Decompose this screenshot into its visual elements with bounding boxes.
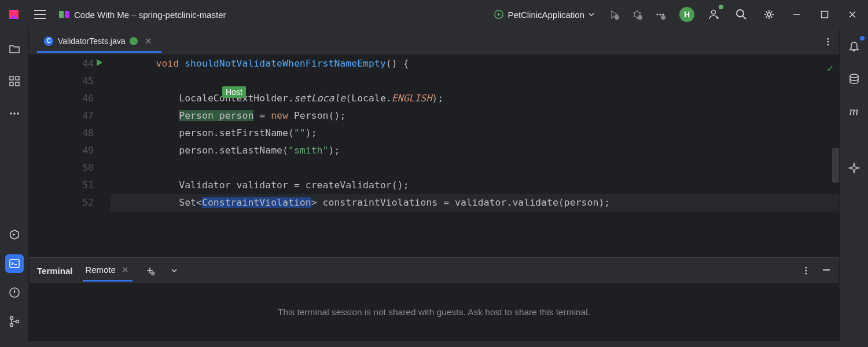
terminal-panel: Terminal Remote ✕ [29,257,839,341]
editor-scrollbar[interactable] [832,148,839,182]
right-tool-rail: m [839,29,868,341]
notifications-icon[interactable] [845,37,863,56]
tabstrip-more-icon[interactable] [823,36,833,47]
svg-point-18 [10,112,12,115]
gutter-line-number[interactable]: 50 [29,159,94,177]
project-title[interactable]: Code With Me – spring-petclinic-master [59,9,226,20]
left-tool-rail [0,29,29,341]
svg-rect-14 [10,76,13,80]
ide-logo-icon[interactable] [7,8,21,21]
run-line-icon[interactable] [96,59,103,67]
svg-rect-21 [10,260,19,268]
editor-tabstrip: C ValidatorTests.java ✕ [29,29,839,55]
maven-tool-icon[interactable]: m [845,102,863,120]
terminal-new-icon[interactable] [143,264,157,277]
terminal-hide-icon[interactable] [822,265,831,276]
search-icon[interactable] [733,6,750,23]
gutter-line-number[interactable]: 52 [29,194,94,211]
gutter-line-number[interactable]: 51 [29,177,94,194]
tab-close-icon[interactable]: ✕ [142,36,155,46]
editor-tab-label: ValidatorTests.java [58,36,125,46]
inspection-ok-icon[interactable]: ✓ [827,60,833,77]
terminal-message: This terminal session is not shared with… [278,307,590,317]
terminal-tab-close-icon[interactable]: ✕ [120,265,130,275]
code-line[interactable] [110,72,839,90]
terminal-title: Terminal [37,266,72,276]
gutter-line-number[interactable]: 46 [29,90,94,107]
code-line[interactable]: person.setLastName("smith"); [110,142,839,159]
svg-point-29 [150,272,155,276]
svg-rect-16 [10,82,13,86]
svg-point-30 [806,267,807,269]
java-class-icon: C [44,36,53,46]
code-line[interactable]: person.setFirstName(""); [110,125,839,142]
editor-tab[interactable]: C ValidatorTests.java ✕ [37,31,161,53]
gutter-line-number[interactable]: 45 [29,72,94,90]
run-anything-icon [494,9,504,20]
gutter-line-number[interactable]: 49 [29,142,94,159]
project-title-text: Code With Me – spring-petclinic-master [74,10,226,20]
svg-rect-15 [16,76,19,80]
terminal-options-icon[interactable] [801,265,811,276]
more-tool-icon[interactable] [5,104,24,123]
svg-rect-17 [16,82,19,86]
host-cursor-label: Host [222,86,246,98]
code-line[interactable]: LocaleContextHolder.setLocale(Locale.ENG… [110,90,839,107]
svg-point-9 [661,15,665,20]
svg-point-33 [850,74,858,78]
code-editor[interactable]: 444546474849505152 void shouldNotValidat… [29,55,839,257]
run-config-selector[interactable]: PetClinicApplication [489,7,599,22]
problems-tool-icon[interactable] [5,283,24,302]
svg-point-7 [660,14,661,16]
editor-code[interactable]: void shouldNotValidateWhenFirstNameEmpty… [110,55,839,257]
chevron-down-icon [588,11,595,18]
maximize-icon[interactable] [816,6,833,23]
code-with-me-icon[interactable] [705,6,722,23]
svg-rect-1 [65,11,69,18]
ai-assistant-icon[interactable] [845,159,863,177]
terminal-tool-icon[interactable] [5,254,24,273]
code-line[interactable]: Set<ConstraintViolation> constraintViola… [110,194,839,211]
cwm-icon [59,9,69,20]
svg-point-19 [13,112,16,115]
code-line[interactable] [110,159,839,177]
terminal-body[interactable]: This terminal session is not shared with… [29,283,839,341]
svg-point-10 [712,10,716,14]
svg-point-25 [16,320,19,323]
avatar[interactable]: H [679,7,694,22]
svg-point-5 [638,15,642,20]
settings-icon[interactable] [760,6,778,23]
code-line[interactable]: Validator validator = createValidator(); [110,177,839,194]
run-config-name: PetClinicApplication [507,10,584,20]
svg-point-24 [10,324,13,327]
status-bar [0,341,868,347]
terminal-tab-remote[interactable]: Remote ✕ [83,260,133,282]
structure-tool-icon[interactable] [5,72,24,90]
titlebar: Code With Me – spring-petclinic-master P… [0,0,868,29]
svg-point-12 [767,13,771,16]
more-run-icon[interactable] [652,6,669,23]
run-icon[interactable] [605,6,623,23]
main-menu-icon[interactable] [31,6,49,23]
code-line[interactable]: Person person = new Person(); [110,107,839,125]
svg-point-27 [827,41,829,43]
gutter-line-number[interactable]: 47 [29,107,94,125]
terminal-dropdown-icon[interactable] [167,264,181,277]
gutter-line-number[interactable]: 48 [29,125,94,142]
editor-gutter: 444546474849505152 [29,55,110,257]
services-tool-icon[interactable] [5,225,24,244]
vcs-tool-icon[interactable] [5,312,24,331]
minimize-icon[interactable] [788,6,806,23]
svg-point-23 [10,317,13,320]
close-icon[interactable] [844,6,861,23]
svg-point-28 [827,44,829,46]
svg-rect-0 [59,11,64,18]
terminal-tabstrip: Terminal Remote ✕ [29,258,839,283]
terminal-tab-label: Remote [85,265,116,275]
gutter-line-number[interactable]: 44 [29,55,94,72]
svg-point-20 [17,112,19,115]
debug-icon[interactable] [628,6,646,23]
project-tool-icon[interactable] [5,39,24,58]
database-tool-icon[interactable] [845,70,863,88]
code-line[interactable]: void shouldNotValidateWhenFirstNameEmpty… [110,55,839,72]
